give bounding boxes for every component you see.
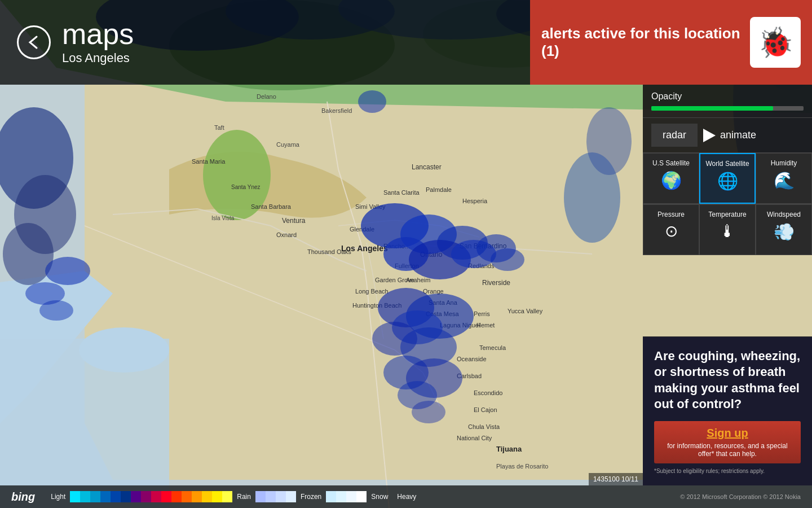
pressure-icon: ⊙: [665, 222, 678, 240]
rain-label: Rain: [232, 493, 255, 501]
svg-text:Delano: Delano: [257, 93, 276, 100]
svg-text:El Cajon: El Cajon: [474, 406, 497, 413]
frozen-colors: [255, 491, 296, 502]
svg-text:Escondido: Escondido: [474, 389, 502, 396]
svg-text:Riverside: Riverside: [482, 279, 510, 287]
svg-point-79: [39, 300, 73, 321]
svg-text:Palmdale: Palmdale: [426, 186, 452, 193]
ad-disclaimer: *Subject to eligibility rules; restricti…: [654, 468, 801, 474]
svg-text:Tijuana: Tijuana: [496, 445, 522, 453]
map-type-pressure[interactable]: Pressure ⊙: [643, 204, 699, 255]
alert-text: alerts active for this location (1): [541, 25, 744, 60]
svg-text:Ventura: Ventura: [282, 217, 306, 225]
svg-text:Yucca Valley: Yucca Valley: [508, 308, 543, 314]
map-types-row2: Pressure ⊙ Temperature 🌡 Windspeed 💨: [643, 204, 812, 255]
ad-cta-button[interactable]: Sign up for information, resources, and …: [654, 421, 801, 463]
map-types-grid: U.S Satellite 🌍 World Satellite 🌐 Humidi…: [643, 153, 812, 204]
us-satellite-label: U.S Satellite: [652, 159, 690, 167]
pressure-label: Pressure: [657, 211, 685, 218]
svg-point-58: [3, 223, 54, 285]
temperature-label: Temperature: [708, 211, 746, 218]
svg-text:Isla Vista: Isla Vista: [211, 215, 235, 221]
svg-text:Perris: Perris: [474, 310, 490, 317]
svg-text:Santa Maria: Santa Maria: [192, 158, 226, 165]
radar-button[interactable]: radar: [651, 124, 698, 147]
ad-cta-main: Sign up: [660, 427, 795, 440]
svg-text:Playas de Rosarito: Playas de Rosarito: [496, 463, 548, 470]
map-type-us-satellite[interactable]: U.S Satellite 🌍: [643, 153, 699, 204]
opacity-slider[interactable]: [651, 106, 804, 111]
windspeed-label: Windspeed: [767, 211, 801, 218]
bottom-strip: bing Light Rain F: [0, 485, 812, 508]
map-type-world-satellite[interactable]: World Satellite 🌐: [699, 153, 756, 204]
right-panel: Opacity radar animate U.S Satellite 🌍 Wo…: [643, 85, 812, 255]
svg-text:Cuyama: Cuyama: [276, 141, 300, 148]
snow-colors: [326, 491, 367, 502]
coordinates: 1435100 10/11: [589, 473, 643, 485]
svg-point-81: [586, 107, 632, 175]
back-button[interactable]: [17, 25, 51, 59]
svg-text:Hemet: Hemet: [476, 322, 495, 329]
copyright: © 2012 Microsoft Corporation © 2012 Noki…: [680, 493, 812, 500]
svg-point-5: [79, 327, 169, 373]
svg-text:Bakersfield: Bakersfield: [321, 107, 352, 114]
svg-text:Taft: Taft: [214, 124, 224, 131]
svg-point-66: [491, 248, 524, 271]
app-title: maps: [62, 19, 134, 49]
temperature-icon: 🌡: [719, 222, 736, 241]
world-satellite-label: World Satellite: [705, 160, 749, 168]
snow-label: Snow: [367, 493, 392, 501]
alert-bar[interactable]: alerts active for this location (1) 🐞: [530, 0, 812, 85]
ad-cta-sub: for information, resources, and a specia…: [660, 442, 795, 458]
rain-colors: [70, 491, 232, 502]
ad-headline: Are coughing, wheezing, or shortness of …: [654, 348, 801, 413]
world-satellite-icon: 🌐: [717, 171, 738, 191]
svg-point-76: [358, 90, 386, 113]
svg-text:Garden Grove: Garden Grove: [375, 277, 414, 283]
play-icon: [703, 129, 716, 142]
svg-point-75: [412, 401, 445, 423]
bing-logo: bing: [0, 491, 46, 503]
location-name: Los Angeles: [62, 51, 134, 65]
map-type-humidity[interactable]: Humidity 🌊: [756, 153, 812, 204]
app-title-container: maps Los Angeles: [62, 19, 134, 65]
animate-label: animate: [720, 129, 756, 141]
svg-text:Santa Ynez: Santa Ynez: [231, 184, 261, 190]
header: maps Los Angeles: [0, 0, 530, 85]
svg-text:Chula Vista: Chula Vista: [468, 423, 500, 430]
light-label: Light: [46, 493, 70, 501]
windspeed-icon: 💨: [774, 222, 795, 242]
heavy-label: Heavy: [392, 493, 421, 501]
svg-text:Long Beach: Long Beach: [355, 288, 389, 295]
svg-text:Temecula: Temecula: [479, 344, 506, 351]
frozen-label: Frozen: [296, 493, 326, 501]
map-type-temperature[interactable]: Temperature 🌡: [699, 204, 756, 255]
opacity-section: Opacity: [643, 85, 812, 118]
map-type-windspeed[interactable]: Windspeed 💨: [756, 204, 812, 255]
svg-point-77: [45, 257, 90, 285]
opacity-fill: [651, 106, 773, 111]
legend-container: Light Rain Frozen: [46, 491, 680, 502]
svg-text:Hesperia: Hesperia: [462, 198, 488, 204]
alert-icon: 🐞: [750, 17, 801, 68]
svg-text:Oceanside: Oceanside: [457, 356, 487, 362]
svg-text:National City: National City: [457, 435, 492, 441]
svg-text:Oxnard: Oxnard: [276, 231, 297, 238]
humidity-label: Humidity: [771, 159, 797, 167]
svg-text:Santa Barbara: Santa Barbara: [251, 203, 292, 210]
us-satellite-icon: 🌍: [661, 170, 682, 190]
svg-text:Santa Clarita: Santa Clarita: [383, 189, 420, 196]
svg-text:Lancaster: Lancaster: [412, 163, 442, 171]
opacity-label: Opacity: [651, 91, 804, 102]
animate-button[interactable]: animate: [703, 129, 756, 142]
ad-panel: Are coughing, wheezing, or shortness of …: [643, 336, 812, 485]
humidity-icon: 🌊: [774, 170, 795, 190]
radar-animate-row: radar animate: [643, 118, 812, 153]
